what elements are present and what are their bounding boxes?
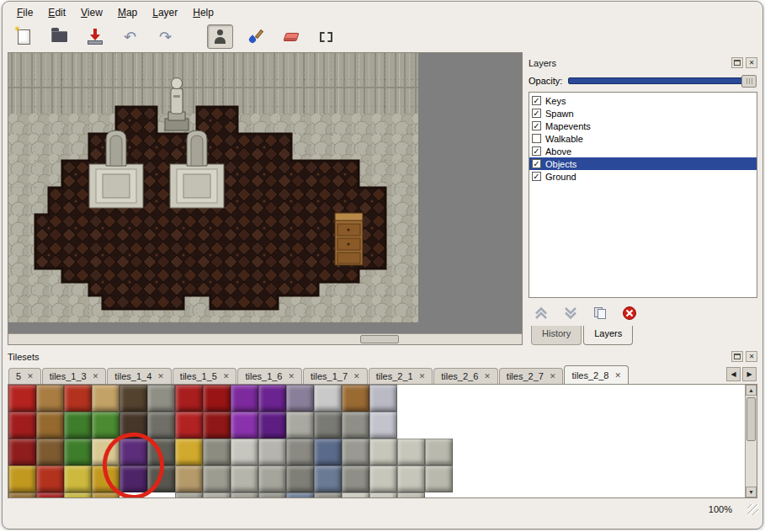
scroll-up-button[interactable]: ▲	[746, 385, 757, 396]
tab-close-icon[interactable]: ✕	[419, 372, 426, 380]
tileset-tile[interactable]	[175, 412, 203, 439]
tileset-tile[interactable]	[258, 439, 286, 466]
tileset-tab-tiles_1_3[interactable]: tiles_1_3✕	[42, 368, 107, 384]
new-map-button[interactable]: ✶	[11, 24, 37, 49]
tileset-tile[interactable]	[203, 439, 231, 466]
menu-file[interactable]: File	[9, 6, 40, 19]
scroll-down-button[interactable]: ▼	[746, 487, 757, 497]
tileset-tile[interactable]	[36, 466, 64, 492]
close-panel-button[interactable]: ✕	[746, 57, 757, 68]
tab-close-icon[interactable]: ✕	[353, 372, 360, 380]
tab-close-icon[interactable]: ✕	[157, 372, 164, 380]
layer-row-keys[interactable]: ✓Keys	[529, 94, 757, 107]
tileset-tab-tiles_1_5[interactable]: tiles_1_5✕	[173, 368, 237, 384]
tileset-tile[interactable]	[397, 466, 425, 492]
tileset-tile[interactable]	[314, 492, 342, 497]
menu-help[interactable]: Help	[185, 6, 221, 19]
opacity-slider[interactable]	[568, 77, 756, 84]
tileset-tile[interactable]	[425, 466, 453, 492]
tileset-tile[interactable]	[231, 466, 258, 492]
float-panel-button[interactable]	[731, 57, 743, 68]
delete-layer-button[interactable]	[619, 303, 640, 323]
stamp-tool-button[interactable]	[207, 24, 233, 49]
close-panel-button[interactable]: ✕	[746, 351, 757, 362]
duplicate-layer-button[interactable]	[589, 303, 611, 323]
fill-tool-button[interactable]	[242, 24, 268, 49]
tileset-tile[interactable]	[369, 439, 397, 466]
tileset-tile[interactable]	[203, 466, 231, 492]
tileset-tile[interactable]	[342, 385, 369, 412]
tileset-tile[interactable]	[286, 492, 314, 497]
panel-tab-layers[interactable]: Layers	[583, 326, 633, 345]
tileset-tile[interactable]	[425, 492, 453, 497]
tileset-tile[interactable]	[203, 385, 231, 412]
tileset-tile[interactable]	[64, 385, 92, 412]
tileset-tile[interactable]	[8, 439, 36, 466]
tileset-tab-tiles_1_4[interactable]: tiles_1_4✕	[107, 368, 172, 384]
map-horizontal-scrollbar[interactable]	[8, 333, 522, 344]
move-layer-down-button[interactable]	[560, 303, 582, 323]
tileset-tile[interactable]	[314, 412, 342, 439]
tileset-tile[interactable]	[286, 412, 314, 439]
menu-view[interactable]: View	[73, 6, 110, 19]
tileset-tile[interactable]	[203, 412, 231, 439]
tab-close-icon[interactable]: ✕	[484, 372, 491, 380]
menu-map[interactable]: Map	[110, 6, 145, 19]
tileset-tile[interactable]	[314, 385, 342, 412]
layer-visibility-checkbox[interactable]: ✓	[532, 146, 541, 156]
tab-close-icon[interactable]: ✕	[289, 372, 295, 380]
tileset-tile[interactable]	[286, 439, 314, 466]
redo-button[interactable]: ↷	[152, 24, 178, 49]
tileset-tile[interactable]	[369, 412, 397, 439]
tileset-tile[interactable]	[286, 385, 314, 412]
scroll-tabs-left-button[interactable]: ◀	[726, 367, 741, 381]
tileset-tab-tiles_2_1[interactable]: tiles_2_1✕	[369, 368, 433, 384]
tileset-tile[interactable]	[8, 492, 36, 497]
float-panel-button[interactable]	[731, 351, 743, 362]
tileset-tile[interactable]	[36, 412, 64, 439]
tab-close-icon[interactable]: ✕	[614, 371, 621, 380]
tileset-tile[interactable]	[425, 412, 453, 439]
tileset-tile[interactable]	[147, 412, 175, 439]
tileset-tile[interactable]	[258, 385, 286, 412]
select-tool-button[interactable]	[313, 24, 339, 49]
tileset-tile[interactable]	[397, 412, 425, 439]
tileset-tile[interactable]	[425, 439, 453, 466]
scrollbar-thumb[interactable]	[746, 397, 756, 441]
layer-row-mapevents[interactable]: ✓Mapevents	[529, 120, 757, 132]
panel-tab-history[interactable]: History	[531, 326, 582, 345]
scrollbar-thumb[interactable]	[360, 335, 399, 343]
tileset-tile[interactable]	[92, 385, 120, 412]
tileset-tile[interactable]	[203, 492, 231, 497]
tileset-tile[interactable]	[342, 412, 369, 439]
tileset-tile[interactable]	[258, 492, 286, 497]
tab-close-icon[interactable]: ✕	[93, 372, 99, 380]
tileset-tile[interactable]	[397, 385, 425, 412]
tileset-tile[interactable]	[369, 385, 397, 412]
eraser-tool-button[interactable]	[278, 24, 304, 49]
tileset-tile[interactable]	[64, 412, 92, 439]
tileset-tile[interactable]	[258, 466, 286, 492]
tileset-tile[interactable]	[175, 439, 203, 466]
tileset-tile[interactable]	[147, 385, 175, 412]
tileset-tab-tiles_2_8[interactable]: tiles_2_8✕	[564, 365, 629, 384]
tileset-tile[interactable]	[36, 439, 64, 466]
tileset-tile[interactable]	[286, 466, 314, 492]
layer-visibility-checkbox[interactable]: ✓	[532, 96, 541, 105]
tileset-tile[interactable]	[147, 492, 175, 497]
tileset-tile[interactable]	[64, 492, 92, 497]
save-map-button[interactable]	[82, 24, 108, 49]
map-canvas[interactable]	[8, 53, 522, 334]
layer-row-spawn[interactable]: ✓Spawn	[529, 107, 757, 120]
scrollbar-track[interactable]	[746, 396, 757, 487]
layer-visibility-checkbox[interactable]: ✓	[532, 159, 541, 168]
tileset-tile[interactable]	[231, 385, 258, 412]
tileset-tile[interactable]	[64, 439, 92, 466]
tileset-tile[interactable]	[64, 466, 92, 492]
scroll-tabs-right-button[interactable]: ▶	[742, 367, 757, 381]
menu-edit[interactable]: Edit	[40, 6, 73, 19]
tileset-tile[interactable]	[92, 412, 120, 439]
tab-close-icon[interactable]: ✕	[550, 372, 556, 380]
tileset-tile[interactable]	[36, 492, 64, 497]
move-layer-up-button[interactable]	[530, 303, 552, 323]
